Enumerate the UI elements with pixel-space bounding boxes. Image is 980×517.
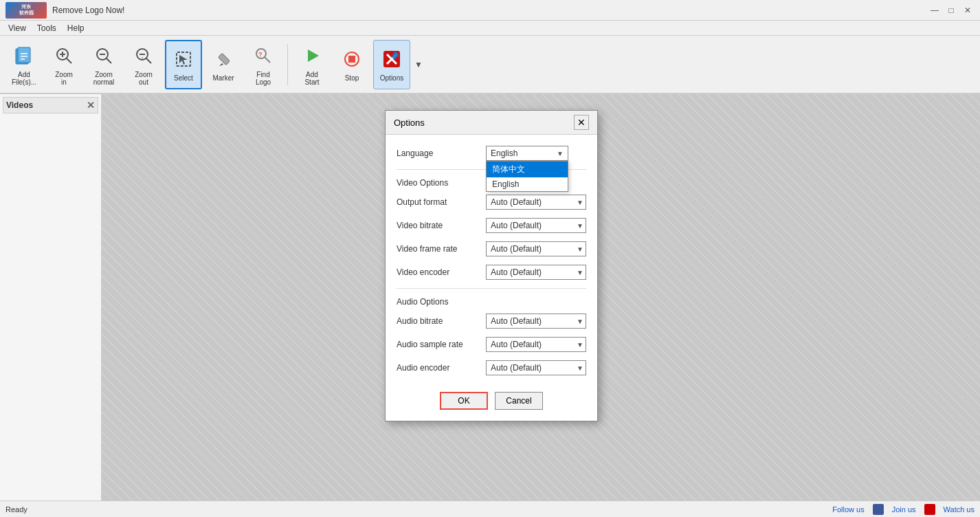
toolbar-stop[interactable]: Stop	[333, 40, 370, 89]
audio-bitrate-select[interactable]: Auto (Default)	[486, 314, 586, 329]
zoom-normal-label: Zoomnormal	[93, 71, 115, 86]
language-row: Language English ▼ 简体中文 English	[397, 146, 586, 161]
zoom-in-icon	[52, 43, 76, 68]
video-bitrate-control: Auto (Default) ▼	[486, 218, 586, 233]
toolbar: AddFile(s)... Zoomin Zoomnormal	[0, 36, 980, 94]
sidebar-close-button[interactable]: ✕	[87, 100, 95, 110]
video-frame-rate-label: Video frame rate	[397, 244, 486, 254]
toolbar-select[interactable]: Select	[165, 40, 202, 89]
status-text: Ready	[5, 505, 27, 514]
zoom-out-icon	[131, 43, 156, 68]
sidebar: Videos ✕	[0, 94, 102, 500]
audio-options-label: Audio Options	[397, 297, 586, 307]
toolbar-zoom-normal[interactable]: Zoomnormal	[85, 40, 122, 89]
toolbar-marker[interactable]: Marker	[205, 40, 242, 89]
video-frame-rate-row: Video frame rate Auto (Default) ▼	[397, 241, 586, 256]
app-logo: 河东软件园	[5, 2, 47, 19]
svg-rect-26	[348, 56, 355, 63]
dialog-buttons: OK Cancel	[397, 386, 586, 410]
language-dropdown[interactable]: 简体中文 English	[486, 161, 568, 192]
minimize-button[interactable]: —	[928, 3, 942, 17]
language-select[interactable]: English ▼	[486, 146, 568, 161]
svg-marker-24	[308, 50, 319, 62]
video-bitrate-row: Video bitrate Auto (Default) ▼	[397, 218, 586, 233]
toolbar-zoom-out[interactable]: Zoomout	[125, 40, 162, 89]
toolbar-expand-arrow[interactable]: ▼	[414, 60, 423, 69]
audio-sample-rate-select[interactable]: Auto (Default)	[486, 337, 586, 352]
menu-view[interactable]: View	[3, 22, 32, 34]
video-encoder-label: Video encoder	[397, 267, 486, 277]
audio-bitrate-control: Auto (Default) ▼	[486, 314, 586, 329]
language-control: English ▼ 简体中文 English	[486, 146, 586, 161]
dialog-body: Language English ▼ 简体中文 English Video Op…	[386, 135, 597, 421]
toolbar-find-logo[interactable]: ? FindLogo	[245, 40, 282, 89]
follow-us-link[interactable]: Follow us	[832, 505, 864, 514]
start-icon	[300, 43, 324, 68]
output-format-row: Output format Auto (Default) ▼	[397, 195, 586, 210]
svg-marker-19	[219, 63, 223, 66]
toolbar-add-files[interactable]: AddFile(s)...	[5, 40, 43, 89]
title-bar-text: Remove Logo Now!	[52, 6, 928, 15]
output-format-control: Auto (Default) ▼	[486, 195, 586, 210]
video-frame-rate-select[interactable]: Auto (Default)	[486, 241, 586, 256]
language-value: English	[491, 148, 557, 158]
lang-option-chinese[interactable]: 简体中文	[487, 162, 568, 177]
audio-bitrate-label: Audio bitrate	[397, 316, 486, 326]
lang-option-english[interactable]: English	[487, 177, 568, 191]
language-label: Language	[397, 148, 486, 158]
menu-help[interactable]: Help	[62, 22, 90, 34]
svg-rect-20	[219, 54, 230, 65]
dialog-close-button[interactable]: ✕	[574, 115, 589, 130]
yt-icon	[924, 504, 935, 515]
output-format-label: Output format	[397, 197, 486, 207]
zoom-normal-icon	[91, 43, 116, 68]
svg-line-10	[106, 58, 111, 63]
svg-line-22	[265, 57, 270, 63]
video-bitrate-select[interactable]: Auto (Default)	[486, 218, 586, 233]
toolbar-zoom-in[interactable]: Zoomin	[45, 40, 82, 89]
svg-line-6	[66, 58, 71, 63]
divider-2	[397, 288, 586, 289]
menu-bar: View Tools Help	[0, 21, 980, 36]
video-frame-rate-control: Auto (Default) ▼	[486, 241, 586, 256]
toolbar-start[interactable]: AddStart	[293, 40, 331, 89]
window-controls: — □ ✕	[928, 3, 975, 17]
marker-icon	[211, 47, 236, 72]
add-files-icon	[12, 43, 36, 68]
join-us-link[interactable]: Join us	[892, 505, 916, 514]
stop-label: Stop	[345, 74, 359, 82]
audio-encoder-select[interactable]: Auto (Default)	[486, 360, 586, 375]
audio-encoder-row: Audio encoder Auto (Default) ▼	[397, 360, 586, 375]
video-encoder-row: Video encoder Auto (Default) ▼	[397, 265, 586, 280]
status-bar: Ready Follow us Join us Watch us	[0, 500, 980, 517]
zoom-in-label: Zoomin	[55, 71, 73, 86]
options-icon	[379, 47, 404, 72]
dialog-title-bar: Options ✕	[386, 111, 597, 135]
svg-rect-1	[18, 47, 30, 63]
watch-us-link[interactable]: Watch us	[944, 505, 975, 514]
output-format-select[interactable]: Auto (Default)	[486, 195, 586, 210]
toolbar-options[interactable]: Options	[373, 40, 410, 89]
menu-tools[interactable]: Tools	[32, 22, 62, 34]
find-logo-label: FindLogo	[256, 71, 271, 86]
options-label: Options	[380, 74, 403, 82]
audio-encoder-label: Audio encoder	[397, 363, 486, 373]
zoom-out-label: Zoomout	[135, 71, 153, 86]
stop-icon	[339, 47, 364, 72]
svg-marker-18	[179, 55, 188, 65]
audio-sample-rate-label: Audio sample rate	[397, 340, 486, 349]
status-right: Follow us Join us Watch us	[832, 504, 975, 515]
svg-text:?: ?	[258, 51, 263, 58]
svg-line-13	[146, 58, 151, 63]
video-bitrate-label: Video bitrate	[397, 221, 486, 230]
video-encoder-control: Auto (Default) ▼	[486, 265, 586, 280]
toolbar-sep-1	[287, 44, 288, 85]
close-button[interactable]: ✕	[961, 3, 975, 17]
maximize-button[interactable]: □	[944, 3, 958, 17]
select-label: Select	[174, 74, 193, 82]
fb-icon	[873, 504, 884, 515]
sidebar-header: Videos ✕	[3, 97, 98, 113]
video-encoder-select[interactable]: Auto (Default)	[486, 265, 586, 280]
ok-button[interactable]: OK	[440, 392, 488, 410]
cancel-button[interactable]: Cancel	[495, 392, 543, 410]
